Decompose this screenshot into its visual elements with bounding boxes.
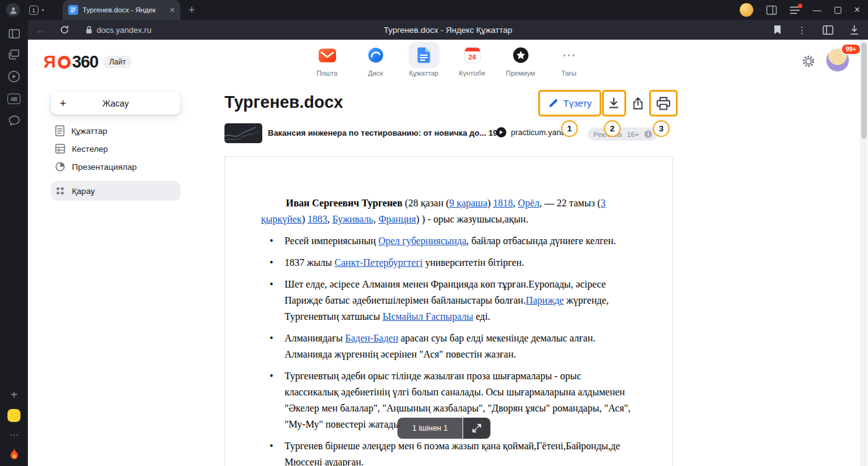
doc-link[interactable]: Орёл [518,198,539,208]
doc-text: (28 қазан ( [402,198,450,208]
nav-label: Диск [368,69,383,77]
document-bullet: Тургенев бірнеше әлеңдер мен 6 поэма жаз… [261,438,636,466]
sidebar-item-label: Құжаттар [71,126,107,136]
disk-icon [360,42,391,68]
minimize-button[interactable]: — [813,6,822,14]
nav-label: Құжаттар [409,69,438,77]
doc-link[interactable]: Парижде [526,295,564,306]
nav-label: Күнтізбе [459,69,485,77]
document-bullet: Ресей империясының Орел губерниясында, б… [261,233,636,249]
sidebar-toggle-icon[interactable] [9,29,20,38]
messenger-icon[interactable] [7,409,20,422]
table-icon [55,144,65,154]
annotation-marker-2: 2 [604,120,621,137]
doc-text: Иван Сергеевич Тургенев [286,198,402,208]
doc-text: 1837 жылы [285,257,335,268]
nav-item-disk[interactable]: Диск [354,42,397,77]
tab-counter[interactable]: 1 ▾ [25,3,48,17]
refresh-button[interactable] [60,25,69,35]
sidebar-item-presentations[interactable]: Презентациялар [51,157,180,176]
kebab-menu-icon[interactable]: ⋮ [797,25,807,35]
chevron-down-icon: ▾ [42,7,44,13]
download-button[interactable] [608,97,620,109]
more-icon[interactable]: ⋯ [9,430,19,439]
doc-link[interactable]: 1818 [493,198,513,208]
downloads-button[interactable] [849,25,859,35]
doc-link[interactable]: Франция [378,214,416,224]
sidebar-item-label: Презентациялар [72,162,136,172]
nav-item-more[interactable]: ⋯ Тағы [547,42,591,77]
url-text[interactable]: docs.yandex.ru [97,25,151,35]
yandex-docs-app: Я 360 Лайт Пошта Диск Құжаттар 24 Күнтіз… [28,40,868,466]
tab-close-button[interactable]: × [170,6,175,14]
tab-counter-value: 1 [29,6,38,15]
document-title: Тургенев.docx [224,93,343,112]
points-coin-icon[interactable] [740,3,753,17]
browser-sidebar-strip: 4B + ⋯ [0,20,28,466]
nav-item-calendar[interactable]: 24 Күнтізбе [451,42,494,77]
sidebar-item-view[interactable]: Қарау [51,181,180,201]
share-button[interactable] [632,97,644,110]
add-panel-icon[interactable]: + [11,389,18,401]
doc-text: , [373,214,378,224]
tab-title: Тургенев.docx - Яндек [82,6,166,14]
new-tab-button[interactable]: + [188,4,195,15]
browser-profile-button[interactable] [6,3,20,17]
browse-grid-icon [55,186,65,196]
doc-link[interactable]: Баден-Баден [345,333,399,343]
side-panels-button[interactable] [823,25,833,35]
document-bullet: Шет елде, әсіресе Алмания менен Францияд… [261,276,636,325]
info-icon[interactable] [644,130,652,138]
browser-tab[interactable]: Тургенев.docx - Яндек × [63,0,180,20]
sidebar-item-tables[interactable]: Кестелер [51,139,180,158]
doc-text: ) ) - орыс жазушысы,ақын. [416,214,528,224]
fullscreen-button[interactable] [463,418,490,439]
doc-link[interactable]: 9 қараша [450,198,487,208]
window-close-button[interactable]: × [854,5,860,15]
doc-link[interactable]: Санкт-Петербургтегі [335,257,423,268]
nav-label: Тағы [561,69,576,77]
video-call-icon[interactable] [8,71,20,82]
doc-link[interactable]: 1883 [308,214,327,224]
nav-item-docs[interactable]: Құжаттар [402,42,446,77]
edit-label: Түзету [564,98,592,108]
games-flame-icon[interactable] [9,447,20,460]
doc-text: ) [302,214,308,224]
doc-text: Ресей империясының [285,235,378,246]
maximize-button[interactable] [835,7,841,14]
page-title: Тургенев.docx - Яндекс Құжаттар [28,25,868,35]
settings-gear-icon[interactable] [802,55,815,68]
doc-text: Тургенев бірнеше әлеңдер мен 6 поэма жаз… [285,441,620,466]
mail-icon [312,42,343,68]
doc-text: Алманиядағы [285,333,345,343]
tabs-stack-icon[interactable] [9,50,19,59]
bookmark-icon[interactable] [774,25,781,35]
nav-item-mail[interactable]: Пошта [306,42,349,77]
chat-icon[interactable] [9,115,20,126]
create-button[interactable]: + Жасау [51,92,180,115]
split-screen-button[interactable] [766,6,777,15]
sidebar-item-label: Қарау [72,187,95,196]
ad-disclaimer: Реклама 16+ [588,128,658,141]
browser-menu-button[interactable] [790,6,800,14]
doc-text: университетін бітірген. [423,257,524,268]
document-bullet: Алманиядағы Баден-Баден арасан суы бар е… [261,330,636,363]
doc-link[interactable]: Буживаль [332,214,373,224]
back-button[interactable]: ← [35,25,46,35]
nav-item-premium[interactable]: Премиум [499,42,542,77]
edit-button[interactable]: Түзету [538,93,601,113]
tv-badge-icon[interactable]: 4B [7,94,20,104]
doc-text: , — 22 тамыз ( [539,198,601,208]
practicum-logo-icon [496,127,507,138]
sidebar-item-documents[interactable]: Құжаттар [51,121,180,140]
annotation-marker-3: 3 [653,120,670,137]
scrollbar-thumb[interactable] [861,43,867,139]
doc-link[interactable]: Орел губерниясында [378,235,466,246]
ad-headline: Вакансия инженера по тестированию: от но… [268,128,498,138]
site-info-button[interactable]: docs.yandex.ru [86,25,151,35]
print-button[interactable] [656,97,671,110]
doc-link[interactable]: Ысмайыл Ғаспыралы [383,311,473,322]
document-icon [55,125,64,136]
calendar-icon: 24 [457,42,488,68]
ellipsis-icon: ⋯ [562,49,576,61]
